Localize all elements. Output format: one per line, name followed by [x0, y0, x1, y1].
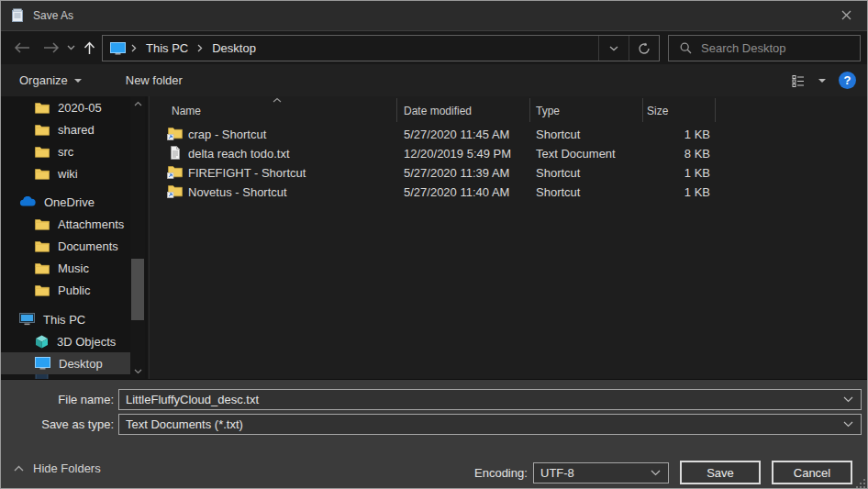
file-size: 1 KB [608, 166, 710, 180]
search-input[interactable] [701, 41, 848, 55]
scroll-up-button[interactable] [130, 96, 145, 111]
file-size: 1 KB [608, 185, 710, 199]
up-button[interactable] [78, 31, 100, 64]
help-button[interactable]: ? [839, 72, 856, 89]
toolbar: Organize New folder ? [1, 64, 867, 96]
file-row[interactable]: crap - Shortcut 5/27/2020 11:45 AM Short… [150, 125, 868, 144]
chevron-down-icon [74, 79, 82, 83]
file-type: Shortcut [536, 128, 580, 141]
search-icon [680, 42, 692, 54]
sidebar-item-wiki[interactable]: wiki [1, 162, 130, 184]
column-header-type[interactable]: Type [536, 105, 560, 117]
chevron-down-icon [67, 45, 75, 50]
change-view-button[interactable] [792, 74, 826, 87]
organize-button[interactable]: Organize [10, 69, 91, 93]
details-view-icon [792, 74, 805, 87]
encoding-label: Encoding: [474, 466, 528, 480]
titlebar: Save As [1, 1, 867, 30]
folder-icon [35, 168, 50, 180]
sidebar-item-music[interactable]: Music [1, 257, 130, 279]
sidebar-item-desktop[interactable]: Desktop [1, 352, 130, 374]
hide-folders-label: Hide Folders [33, 461, 101, 475]
save-button[interactable]: Save [680, 461, 761, 484]
cancel-button[interactable]: Cancel [772, 461, 852, 484]
chevron-down-icon [651, 470, 661, 476]
save-button-label: Save [707, 466, 734, 480]
refresh-button[interactable] [629, 36, 659, 61]
back-arrow-icon [14, 42, 30, 53]
folder-icon [35, 102, 50, 114]
sort-ascending-icon [273, 97, 282, 103]
notepad-icon [10, 8, 25, 23]
folder-icon [35, 262, 50, 274]
file-list: Name Date modified Type Size crap - S [149, 96, 868, 379]
hide-folders-button[interactable]: Hide Folders [14, 461, 101, 475]
file-name: FIREFIGHT - Shortcut [188, 166, 306, 180]
breadcrumb-desktop[interactable]: Desktop [208, 36, 260, 61]
file-date: 5/27/2020 11:39 AM [404, 166, 509, 180]
this-pc-icon [110, 42, 126, 55]
file-type: Shortcut [536, 185, 580, 199]
up-arrow-icon [83, 41, 95, 55]
sidebar-item-public[interactable]: Public [1, 279, 130, 301]
file-type: Shortcut [536, 166, 580, 180]
sidebar-item-this-pc[interactable]: This PC [1, 308, 130, 330]
encoding-select[interactable]: UTF-8 [533, 462, 669, 483]
file-row[interactable]: FIREFIGHT - Shortcut 5/27/2020 11:39 AM … [150, 163, 868, 183]
chevron-down-icon [134, 369, 142, 374]
breadcrumb-separator-icon [192, 44, 208, 52]
folder-icon [35, 218, 50, 230]
list-header: Name Date modified Type Size [150, 96, 868, 124]
file-name: crap - Shortcut [188, 128, 266, 141]
desktop-icon [35, 357, 50, 370]
forward-button[interactable] [38, 31, 65, 64]
file-name-combo[interactable] [118, 389, 862, 410]
folder-shortcut-icon [167, 127, 183, 140]
chevron-up-icon [14, 465, 24, 472]
file-name-label: File name: [58, 393, 114, 406]
address-bar[interactable]: This PC Desktop [102, 35, 660, 61]
organize-label: Organize [19, 73, 68, 87]
file-row[interactable]: Novetus - Shortcut 5/27/2020 11:40 AM Sh… [150, 183, 868, 202]
sidebar-item-2020-05[interactable]: 2020-05 [1, 96, 130, 118]
breadcrumb-this-pc[interactable]: This PC [142, 36, 192, 61]
cube-3d-icon [35, 335, 49, 349]
folder-shortcut-icon [167, 184, 183, 198]
column-header-date-modified[interactable]: Date modified [404, 105, 472, 117]
back-button[interactable] [8, 31, 36, 64]
document-partial-icon [35, 374, 50, 379]
sidebar-item-documents[interactable]: Documents [1, 235, 130, 257]
file-date: 5/27/2020 11:40 AM [404, 185, 509, 199]
encoding-value: UTF-8 [540, 466, 651, 480]
column-header-name[interactable]: Name [172, 105, 201, 117]
folder-icon [35, 284, 50, 296]
file-name-input[interactable] [126, 393, 843, 406]
column-header-size[interactable]: Size [647, 105, 668, 117]
sidebar-item-3d-objects[interactable]: 3D Objects [1, 330, 130, 352]
text-file-icon [167, 146, 183, 160]
chevron-down-icon[interactable] [843, 421, 853, 428]
chevron-down-icon[interactable] [843, 396, 853, 403]
scrollbar-thumb[interactable] [131, 259, 144, 320]
scroll-down-button[interactable] [130, 364, 145, 379]
sidebar-item-src[interactable]: src [1, 140, 130, 162]
resize-grip[interactable] [856, 479, 865, 488]
sidebar-item-onedrive[interactable]: OneDrive [1, 191, 130, 213]
this-pc-icon [19, 313, 35, 326]
sidebar-scrollbar[interactable] [130, 96, 145, 379]
sidebar-item-partial[interactable] [1, 374, 130, 379]
new-folder-button[interactable]: New folder [117, 69, 192, 93]
window-title: Save As [33, 9, 73, 22]
search-box[interactable] [668, 35, 861, 61]
close-button[interactable] [826, 1, 867, 29]
chevron-down-icon [818, 79, 826, 83]
save-fields-panel: File name: Save as type: Text Documents … [1, 380, 867, 439]
close-icon [841, 10, 851, 20]
address-dropdown-button[interactable] [598, 36, 629, 61]
sidebar-item-attachments[interactable]: Attachments [1, 213, 130, 235]
save-as-type-select[interactable]: Text Documents (*.txt) [118, 414, 862, 435]
file-row[interactable]: delta reach todo.txt 12/20/2019 5:49 PM … [150, 144, 868, 163]
folder-icon [35, 240, 50, 252]
recent-locations-button[interactable] [63, 31, 78, 64]
sidebar-item-shared[interactable]: shared [1, 118, 130, 140]
